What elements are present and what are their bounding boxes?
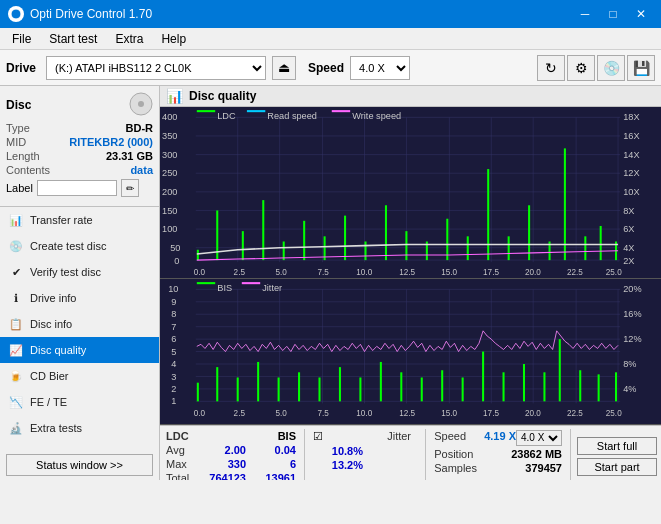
disc-panel: Disc Type BD-R MID RITEKBR2 (000) Length… [0,86,159,207]
type-key: Type [6,122,30,134]
svg-text:17.5: 17.5 [483,268,499,277]
svg-text:20.0: 20.0 [525,268,541,277]
divider-3 [570,429,571,480]
start-full-button[interactable]: Start full [577,437,657,455]
svg-text:15.0: 15.0 [441,268,457,277]
svg-text:0.0: 0.0 [194,409,206,418]
close-button[interactable]: ✕ [629,5,653,23]
ldc-stats: LDC BIS Avg 2.00 0.04 Max 330 6 Total 76… [164,429,298,480]
divider-1 [304,429,305,480]
disc-title: Disc [6,98,31,112]
svg-text:5.0: 5.0 [276,409,288,418]
chart-container: 400 350 300 250 200 150 100 50 0 18X 16X… [160,107,661,425]
svg-text:0: 0 [174,256,179,266]
svg-text:6X: 6X [623,224,634,234]
save-button[interactable]: 💾 [627,55,655,81]
app-title: Opti Drive Control 1.70 [30,7,152,21]
svg-text:22.5: 22.5 [567,268,583,277]
sidebar-item-disc-quality[interactable]: 📈 Disc quality [0,337,159,363]
sidebar-item-label: Disc info [30,318,72,330]
svg-rect-140 [380,362,382,401]
svg-text:7.5: 7.5 [317,268,329,277]
mid-key: MID [6,136,26,148]
sidebar-item-disc-info[interactable]: 📋 Disc info [0,311,159,337]
drive-select[interactable]: (K:) ATAPI iHBS112 2 CL0K [46,56,266,80]
sidebar-item-extra-tests[interactable]: 🔬 Extra tests [0,415,159,441]
sidebar-item-cd-bier[interactable]: 🍺 CD Bier [0,363,159,389]
divider-2 [425,429,426,480]
svg-text:10: 10 [168,284,178,294]
svg-rect-150 [579,370,581,401]
speed-header-row: Speed 4.19 X 4.0 X [432,429,564,447]
maximize-button[interactable]: □ [601,5,625,23]
svg-text:25.0: 25.0 [606,409,622,418]
menu-bar: File Start test Extra Help [0,28,661,50]
sidebar-item-fe-te[interactable]: 📉 FE / TE [0,389,159,415]
sidebar-item-create-test-disc[interactable]: 💿 Create test disc [0,233,159,259]
sidebar-item-verify-test-disc[interactable]: ✔ Verify test disc [0,259,159,285]
svg-text:4: 4 [171,359,176,369]
transfer-rate-icon: 📊 [8,212,24,228]
sidebar-item-transfer-rate[interactable]: 📊 Transfer rate [0,207,159,233]
title-bar-left: Opti Drive Control 1.70 [8,6,152,22]
menu-help[interactable]: Help [153,30,194,48]
svg-rect-147 [523,364,525,401]
label-text: Label [6,182,33,194]
speed-stat-select[interactable]: 4.0 X [516,430,562,446]
speed-select[interactable]: 4.0 X [350,56,410,80]
settings-button[interactable]: ⚙ [567,55,595,81]
menu-file[interactable]: File [4,30,39,48]
samples-val: 379457 [512,462,562,474]
jitter-header-row: ☑ Jitter [311,429,419,444]
sidebar-item-label: Extra tests [30,422,82,434]
jitter-checkbox[interactable]: ☑ [313,430,323,443]
sidebar-item-label: Create test disc [30,240,106,252]
svg-rect-129 [242,282,260,284]
svg-rect-54 [247,110,265,112]
eject-button[interactable]: ⏏ [272,56,296,80]
svg-text:2X: 2X [623,256,634,266]
svg-text:9: 9 [171,297,176,307]
disc-length-row: Length 23.31 GB [6,150,153,162]
svg-text:10.0: 10.0 [356,268,372,277]
menu-extra[interactable]: Extra [107,30,151,48]
svg-rect-73 [508,236,510,260]
sidebar-item-label: Drive info [30,292,76,304]
ldc-max: 330 [196,458,246,470]
chart-header: 📊 Disc quality [160,86,661,107]
svg-rect-68 [405,231,407,260]
disc-type-row: Type BD-R [6,122,153,134]
disc-button[interactable]: 💿 [597,55,625,81]
refresh-button[interactable]: ↻ [537,55,565,81]
sidebar-item-drive-info[interactable]: ℹ Drive info [0,285,159,311]
label-input[interactable] [37,180,117,196]
drive-info-icon: ℹ [8,290,24,306]
label-edit-button[interactable]: ✏ [121,179,139,197]
svg-text:2: 2 [171,384,176,394]
svg-rect-137 [318,377,320,401]
minimize-button[interactable]: ─ [573,5,597,23]
ldc-header-row: LDC BIS [164,429,298,443]
bottom-chart-svg: 10 9 8 7 6 5 4 3 2 1 20% 16% 12% 8% 4% [160,279,661,424]
svg-text:BIS: BIS [217,283,232,293]
disc-icon [129,92,153,118]
length-value: 23.31 GB [106,150,153,162]
speed-stat-label: Speed [434,430,466,446]
svg-text:Write speed: Write speed [352,111,401,121]
jitter-avg-row: 10.8% [311,444,419,458]
svg-rect-131 [197,382,199,401]
menu-start-test[interactable]: Start test [41,30,105,48]
svg-text:400: 400 [162,112,177,122]
status-window-button[interactable]: Status window >> [6,454,153,476]
start-part-button[interactable]: Start part [577,458,657,476]
svg-rect-144 [462,377,464,401]
svg-text:250: 250 [162,168,177,178]
disc-contents-row: Contents data [6,164,153,176]
label-row: Label ✏ [6,179,153,197]
svg-text:5.0: 5.0 [276,268,288,277]
contents-value: data [130,164,153,176]
drive-toolbar: Drive (K:) ATAPI iHBS112 2 CL0K ⏏ Speed … [0,50,661,86]
svg-rect-151 [598,374,600,401]
svg-rect-60 [242,231,244,260]
chart-area: 📊 Disc quality [160,86,661,480]
